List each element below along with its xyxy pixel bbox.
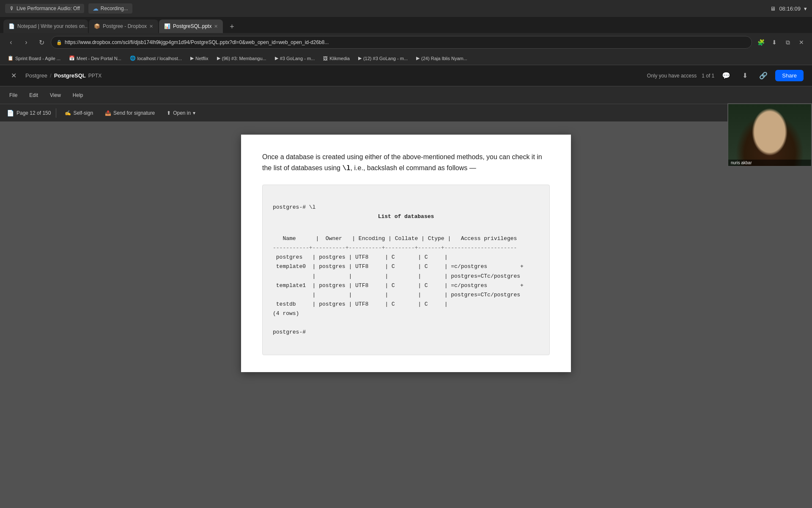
tab-pptx-label: PostgreSQL.pptx <box>173 23 211 29</box>
code-row-2: template0 | postgres | UTF8 | C | C | =c… <box>273 263 524 270</box>
self-sign-icon: ✍ <box>65 110 71 116</box>
sprint-icon: 📋 <box>8 55 14 61</box>
recording-label: Recording... <box>101 6 128 11</box>
send-sig-label: Send for signature <box>113 110 155 116</box>
code-block: postgres-# \l List of databases Name | O… <box>262 185 550 356</box>
code-prompt-end: postgres-# <box>273 329 306 335</box>
forward-button[interactable]: › <box>20 36 32 48</box>
topbar-right: 🖥 08:16:09 ▾ <box>770 6 807 12</box>
tab-dropbox[interactable]: 📦 Postgree - Dropbox ✕ <box>89 19 158 33</box>
new-window-icon[interactable]: ⧉ <box>782 37 793 48</box>
code-row-3: | | | | | postgres=CTc/postgres <box>273 273 520 279</box>
bookmark-vid1-label: (96) #3: Membangu... <box>222 56 266 61</box>
breadcrumb-current: PostgreSQL <box>54 72 86 79</box>
bookmark-localhost[interactable]: 🌐 localhost / localhost... <box>127 55 184 62</box>
open-in-button[interactable]: ⬆ Open in ▾ <box>163 108 199 118</box>
open-in-icon: ⬆ <box>167 110 171 116</box>
bookmark-netflix-label: Netflix <box>195 56 208 61</box>
share-button[interactable]: Share <box>775 70 804 81</box>
breadcrumb: Postgree / PostgreSQL PPTX <box>25 72 102 79</box>
menu-file[interactable]: File <box>7 91 20 100</box>
bookmark-vid2[interactable]: ▶ #3 GoLang - m... <box>272 55 318 62</box>
code-divider: -----------+----------+----------+------… <box>273 245 517 251</box>
webcam-label: nuris akbar <box>728 160 811 166</box>
breadcrumb-ext: PPTX <box>88 73 102 79</box>
bookmark-klikmedia[interactable]: 🖼 Klikmedia <box>321 55 352 62</box>
audio-label: Live Performance Audio: Off <box>16 6 80 11</box>
bookmark-vid4[interactable]: ▶ (24) Raja Iblis Nyam... <box>414 55 470 62</box>
menu-edit[interactable]: Edit <box>27 91 41 100</box>
slide-paragraph: Once a database is created using either … <box>262 152 550 174</box>
klikmedia-icon: 🖼 <box>323 56 328 61</box>
send-signature-button[interactable]: 📤 Send for signature <box>102 108 158 118</box>
monitor-icon: 🖥 <box>770 6 776 12</box>
code-row-1: postgres | postgres | UTF8 | C | C | <box>273 254 447 260</box>
bookmark-netflix[interactable]: ▶ Netflix <box>188 55 211 62</box>
url-text: https://www.dropbox.com/scl/fi/djsb174lh… <box>65 39 329 45</box>
code-headers: Name | Owner | Encoding | Collate | Ctyp… <box>273 235 524 242</box>
bookmark-klikmedia-label: Klikmedia <box>329 56 350 61</box>
page-indicator-text: Page 12 of 150 <box>16 110 51 116</box>
tab-pptx[interactable]: 📊 PostgreSQL.pptx ✕ <box>159 19 223 33</box>
open-in-chevron: ▾ <box>193 110 195 116</box>
new-tab-button[interactable]: + <box>225 20 238 33</box>
extensions-icon[interactable]: 🧩 <box>755 37 766 48</box>
refresh-button[interactable]: ↻ <box>36 36 47 48</box>
bookmark-vid3[interactable]: ▶ (12) #3 GoLang - m... <box>356 55 410 62</box>
bookmarks-bar: 📋 Sprint Board - Agile ... 📅 Meet - Dev … <box>0 52 812 65</box>
dropbox-tab-icon: 📦 <box>94 23 100 29</box>
access-text: Only you have access <box>647 73 697 79</box>
localhost-icon: 🌐 <box>130 55 136 61</box>
slide-page: Once a database is created using either … <box>241 135 571 372</box>
page-icon: 📄 <box>7 110 14 116</box>
cloud-icon: ☁ <box>93 5 99 12</box>
tab-notepad-label: Notepad | Write your notes on... <box>17 23 88 29</box>
tab-pptx-close[interactable]: ✕ <box>214 24 218 29</box>
link-button[interactable]: 🔗 <box>757 69 770 83</box>
browser: 📄 Notepad | Write your notes on... ✕ 📦 P… <box>0 17 812 508</box>
audio-button[interactable]: 🎙 Live Performance Audio: Off <box>5 4 84 13</box>
bookmark-vid1[interactable]: ▶ (96) #3: Membangu... <box>214 55 269 62</box>
vid4-icon: ▶ <box>416 55 420 61</box>
tab-dropbox-close[interactable]: ✕ <box>149 24 153 29</box>
tab-notepad[interactable]: 📄 Notepad | Write your notes on... ✕ <box>3 19 88 33</box>
webcam-content: nuris akbar <box>728 104 811 166</box>
clock: 08:16:09 <box>779 6 801 12</box>
webcam-overlay: nuris akbar <box>727 103 812 167</box>
breadcrumb-parent[interactable]: Postgree <box>25 72 47 79</box>
tab-bar: 📄 Notepad | Write your notes on... ✕ 📦 P… <box>0 17 812 33</box>
menu-help[interactable]: Help <box>70 91 86 100</box>
vid2-icon: ▶ <box>275 55 278 61</box>
lock-icon: 🔒 <box>56 40 62 45</box>
bookmark-sprint[interactable]: 📋 Sprint Board - Agile ... <box>5 55 63 62</box>
self-sign-button[interactable]: ✍ Self-sign <box>61 108 96 118</box>
notepad-tab-icon: 📄 <box>8 23 15 29</box>
menu-toolbar: File Edit View Help <box>0 86 812 104</box>
pptx-tab-icon: 📊 <box>164 23 170 29</box>
recording-button[interactable]: ☁ Recording... <box>88 3 132 14</box>
bookmark-meet[interactable]: 📅 Meet - Dev Portal N... <box>66 55 124 62</box>
close-viewer-button[interactable]: ✕ <box>8 71 19 81</box>
url-bar[interactable]: 🔒 https://www.dropbox.com/scl/fi/djsb174… <box>51 36 752 49</box>
comment-button[interactable]: 💬 <box>719 69 733 83</box>
breadcrumb-sep: / <box>50 72 52 79</box>
back-button[interactable]: ‹ <box>5 36 17 48</box>
code-row-5: | | | | | postgres=CTc/postgres <box>273 292 520 298</box>
code-row-4: template1 | postgres | UTF8 | C | C | =c… <box>273 282 524 289</box>
send-sig-icon: 📤 <box>105 110 111 116</box>
chevron-down-icon: ▾ <box>804 6 807 12</box>
bookmark-localhost-label: localhost / localhost... <box>137 56 182 61</box>
close-tab-icon[interactable]: ✕ <box>796 37 807 48</box>
bookmark-vid4-label: (24) Raja Iblis Nyam... <box>421 56 467 61</box>
webcam-person: nuris akbar <box>728 104 811 166</box>
vid1-icon: ▶ <box>217 55 220 61</box>
address-bar: ‹ › ↻ 🔒 https://www.dropbox.com/scl/fi/d… <box>0 33 812 52</box>
menu-items: File Edit View Help <box>7 91 86 100</box>
dropbox-header: ✕ Postgree / PostgreSQL PPTX Only you ha… <box>0 65 812 86</box>
download-icon[interactable]: ⬇ <box>769 37 780 48</box>
menu-view[interactable]: View <box>47 91 63 100</box>
header-right: Only you have access 1 of 1 💬 ⬇ 🔗 Share <box>647 69 804 83</box>
download-doc-button[interactable]: ⬇ <box>738 69 752 83</box>
address-actions: 🧩 ⬇ ⧉ ✕ <box>755 37 807 48</box>
bookmark-sprint-label: Sprint Board - Agile ... <box>15 56 60 61</box>
